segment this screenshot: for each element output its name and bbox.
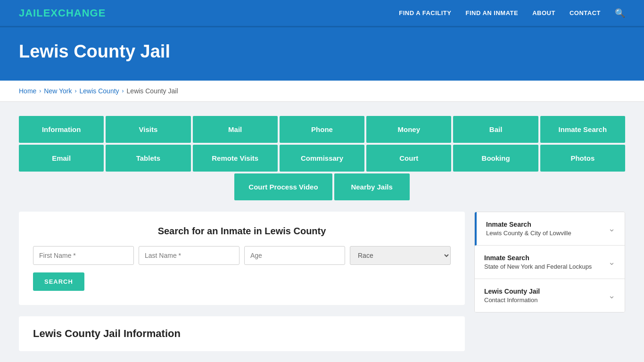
btn-court-process-video[interactable]: Court Process Video: [234, 173, 332, 200]
age-input[interactable]: [244, 246, 345, 265]
btn-nearby-jails[interactable]: Nearby Jails: [334, 173, 410, 200]
btn-email[interactable]: Email: [19, 145, 104, 172]
race-select[interactable]: Race White Black Hispanic Asian Other: [350, 246, 451, 265]
page-title: Lewis County Jail: [19, 41, 625, 62]
search-panel: Search for an Inmate in Lewis County Rac…: [19, 212, 465, 305]
search-title: Search for an Inmate in Lewis County: [33, 226, 451, 237]
sidebar-item-2-text: Inmate Search State of New York and Fede…: [484, 254, 592, 270]
info-section: Lewis County Jail Information: [19, 316, 465, 351]
btn-money[interactable]: Money: [366, 116, 451, 143]
btn-phone[interactable]: Phone: [280, 116, 364, 143]
navbar: JAILEXCHANGE FIND A FACILITY FIND AN INM…: [0, 0, 644, 27]
sidebar-item-2[interactable]: Inmate Search State of New York and Fede…: [475, 246, 625, 279]
nav-contact[interactable]: CONTACT: [570, 9, 601, 16]
sidebar-item-1-text: Inmate Search Lewis County & City of Low…: [486, 221, 571, 237]
sidebar-item-3-title: Lewis County Jail: [484, 288, 540, 295]
breadcrumb-lewis-county[interactable]: Lewis County: [80, 87, 119, 95]
breadcrumb-sep-2: ›: [75, 88, 77, 94]
search-fields: Race White Black Hispanic Asian Other: [33, 246, 451, 265]
breadcrumb-sep-3: ›: [122, 88, 124, 94]
sidebar-item-3[interactable]: Lewis County Jail Contact Information ⌄: [475, 279, 625, 312]
btn-mail[interactable]: Mail: [193, 116, 278, 143]
search-button[interactable]: SEARCH: [33, 272, 84, 291]
first-name-input[interactable]: [33, 246, 134, 265]
breadcrumb-sep-1: ›: [39, 88, 41, 94]
breadcrumb-home[interactable]: Home: [19, 87, 36, 95]
left-column: Search for an Inmate in Lewis County Rac…: [19, 212, 465, 351]
btn-visits[interactable]: Visits: [106, 116, 190, 143]
nav-about[interactable]: ABOUT: [532, 9, 555, 16]
btn-bail[interactable]: Bail: [453, 116, 538, 143]
chevron-down-icon-1: ⌄: [608, 223, 615, 234]
sidebar-item-1-title: Inmate Search: [486, 221, 571, 228]
btn-tablets[interactable]: Tablets: [106, 145, 190, 172]
main-content: Information Visits Mail Phone Money Bail…: [0, 102, 644, 362]
sidebar-item-1[interactable]: Inmate Search Lewis County & City of Low…: [475, 212, 625, 246]
content-area: Search for an Inmate in Lewis County Rac…: [19, 212, 625, 351]
sidebar-item-1-sub: Lewis County & City of Lowville: [486, 230, 571, 237]
logo[interactable]: JAILEXCHANGE: [19, 7, 106, 19]
button-row-1: Information Visits Mail Phone Money Bail…: [19, 116, 625, 143]
btn-remote-visits[interactable]: Remote Visits: [193, 145, 278, 172]
logo-exchange: EXCHANGE: [43, 7, 106, 19]
hero-section: Lewis County Jail: [0, 27, 644, 81]
sidebar: Inmate Search Lewis County & City of Low…: [474, 212, 625, 313]
sidebar-item-3-text: Lewis County Jail Contact Information: [484, 288, 540, 304]
breadcrumb: Home › New York › Lewis County › Lewis C…: [0, 81, 644, 102]
button-row-3: Court Process Video Nearby Jails: [19, 173, 625, 200]
btn-court[interactable]: Court: [366, 145, 451, 172]
nav-links: FIND A FACILITY FIND AN INMATE ABOUT CON…: [399, 8, 625, 18]
breadcrumb-new-york[interactable]: New York: [44, 87, 72, 95]
sidebar-item-3-sub: Contact Information: [484, 296, 540, 304]
btn-photos[interactable]: Photos: [540, 145, 625, 172]
search-icon[interactable]: 🔍: [615, 8, 625, 18]
btn-commissary[interactable]: Commissary: [280, 145, 364, 172]
info-title: Lewis County Jail Information: [33, 328, 451, 340]
sidebar-item-2-title: Inmate Search: [484, 254, 592, 262]
btn-booking[interactable]: Booking: [453, 145, 538, 172]
nav-find-facility[interactable]: FIND A FACILITY: [399, 9, 451, 16]
nav-find-inmate[interactable]: FIND AN INMATE: [465, 9, 518, 16]
btn-information[interactable]: Information: [19, 116, 104, 143]
chevron-down-icon-2: ⌄: [608, 257, 615, 267]
button-row-2: Email Tablets Remote Visits Commissary C…: [19, 145, 625, 172]
sidebar-item-2-sub: State of New York and Federal Lockups: [484, 263, 592, 270]
chevron-down-icon-3: ⌄: [608, 290, 615, 301]
last-name-input[interactable]: [139, 246, 239, 265]
btn-inmate-search[interactable]: Inmate Search: [540, 116, 625, 143]
breadcrumb-current: Lewis County Jail: [127, 87, 178, 95]
logo-jail: JAIL: [19, 7, 43, 19]
